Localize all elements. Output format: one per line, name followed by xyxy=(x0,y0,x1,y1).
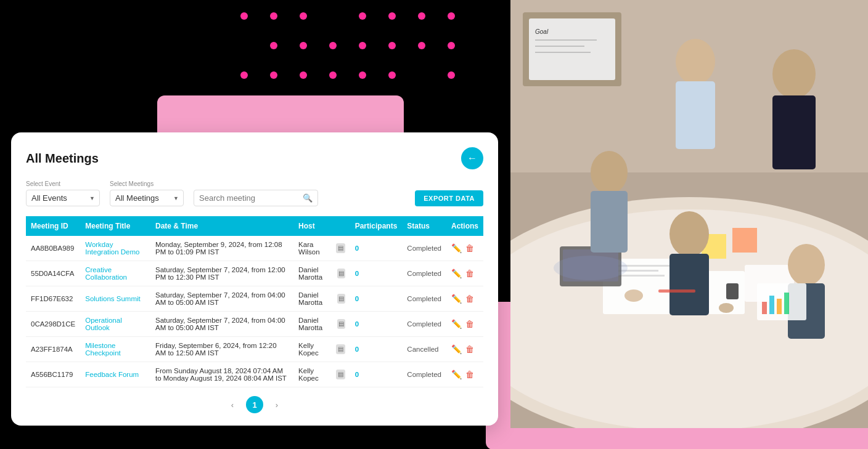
cell-title: Milestone Checkpoint xyxy=(80,337,150,362)
svg-point-26 xyxy=(719,303,734,313)
table-row: A23FF1874A Milestone Checkpoint Friday, … xyxy=(26,337,483,362)
event-filter-label: Select Event xyxy=(26,180,100,187)
svg-point-15 xyxy=(772,49,816,99)
meetings-filter-group: Select Meetings All Meetings xyxy=(110,180,184,206)
next-page-button[interactable]: › xyxy=(268,396,285,413)
search-input[interactable] xyxy=(199,193,303,203)
cell-host: Daniel Marotta ▤ xyxy=(293,312,350,337)
dot xyxy=(448,71,455,79)
host-icon: ▤ xyxy=(337,319,345,329)
export-button[interactable]: EXPORT DATA xyxy=(415,190,483,206)
svg-rect-22 xyxy=(669,254,709,315)
meeting-title-link[interactable]: Operational Outlook xyxy=(85,317,121,331)
table-row: A556BC1179 Feedback Forum From Sunday Au… xyxy=(26,362,483,387)
meeting-title-link[interactable]: Workday Integration Demo xyxy=(85,241,139,256)
dot xyxy=(359,42,366,49)
svg-rect-20 xyxy=(591,191,628,253)
event-select-wrapper: All Events xyxy=(26,190,100,206)
dot xyxy=(329,42,337,49)
dot xyxy=(329,12,337,20)
meeting-title-link[interactable]: Solutions Summit xyxy=(85,295,140,302)
cell-title: Feedback Forum xyxy=(80,362,150,387)
cell-status: Cancelled xyxy=(402,337,446,362)
meetings-select[interactable]: All Meetings xyxy=(110,190,184,206)
participant-count[interactable]: 0 xyxy=(355,346,359,353)
dot xyxy=(388,12,396,20)
team-photo: Goal xyxy=(510,0,868,428)
table-header: Meeting ID Meeting Title Date & Time Hos… xyxy=(26,216,483,236)
cell-id: 0CA298D1CE xyxy=(26,312,80,337)
dot xyxy=(448,12,455,20)
status-badge: Completed xyxy=(407,295,441,302)
page-1-button[interactable]: 1 xyxy=(246,396,263,413)
cell-participants: 0 xyxy=(350,261,403,286)
host-icon: ▤ xyxy=(336,344,345,354)
cell-host: Kelly Kopec ▤ xyxy=(293,362,350,387)
search-icon: 🔍 xyxy=(303,193,313,203)
cell-title: Workday Integration Demo xyxy=(80,236,150,261)
edit-icon[interactable]: ✏️ xyxy=(451,344,462,354)
meeting-title-link[interactable]: Creative Collaboration xyxy=(85,266,127,281)
participant-count[interactable]: 0 xyxy=(355,320,359,328)
svg-rect-34 xyxy=(529,18,615,80)
cell-participants: 0 xyxy=(350,362,403,387)
col-host: Host xyxy=(293,216,350,236)
meetings-card: All Meetings ← Select Event All Events S… xyxy=(11,132,498,426)
dot xyxy=(359,71,366,79)
host-icon: ▤ xyxy=(336,243,345,253)
edit-icon[interactable]: ✏️ xyxy=(451,370,462,379)
prev-page-button[interactable]: ‹ xyxy=(224,396,241,413)
edit-icon[interactable]: ✏️ xyxy=(451,243,462,253)
cell-host: Kelly Kopec ▤ xyxy=(293,337,350,362)
meeting-title-link[interactable]: Feedback Forum xyxy=(85,371,139,378)
svg-rect-30 xyxy=(762,302,767,314)
table-row: FF1D67E632 Solutions Summit Saturday, Se… xyxy=(26,286,483,312)
dot xyxy=(359,12,366,20)
delete-icon[interactable]: 🗑 xyxy=(465,370,474,379)
participant-count[interactable]: 0 xyxy=(355,245,359,252)
cell-actions: ✏️ 🗑 xyxy=(446,286,483,312)
cell-id: AA8B0BA989 xyxy=(26,236,80,261)
status-badge: Completed xyxy=(407,270,441,277)
col-participants: Participants xyxy=(350,216,403,236)
cell-actions: ✏️ 🗑 xyxy=(446,236,483,261)
meeting-title-link[interactable]: Milestone Checkpoint xyxy=(85,342,121,357)
svg-rect-16 xyxy=(772,95,816,169)
dot xyxy=(300,12,307,20)
dot xyxy=(329,71,337,79)
svg-rect-33 xyxy=(784,293,789,314)
col-datetime: Date & Time xyxy=(150,216,293,236)
cell-title: Operational Outlook xyxy=(80,312,150,337)
participant-count[interactable]: 0 xyxy=(355,270,359,277)
dot xyxy=(448,42,455,49)
edit-icon[interactable]: ✏️ xyxy=(451,269,462,278)
status-badge: Completed xyxy=(407,320,441,328)
back-button[interactable]: ← xyxy=(461,147,483,169)
edit-icon[interactable]: ✏️ xyxy=(451,319,462,329)
event-select[interactable]: All Events xyxy=(26,190,100,206)
cell-datetime: Friday, September 6, 2024, from 12:20 AM… xyxy=(150,337,293,362)
search-box: 🔍 xyxy=(194,190,318,206)
participant-count[interactable]: 0 xyxy=(355,295,359,302)
cell-actions: ✏️ 🗑 xyxy=(446,337,483,362)
edit-icon[interactable]: ✏️ xyxy=(451,294,462,304)
delete-icon[interactable]: 🗑 xyxy=(465,319,474,329)
cell-datetime: Saturday, September 7, 2024, from 04:00 … xyxy=(150,312,293,337)
dot xyxy=(418,71,425,79)
delete-icon[interactable]: 🗑 xyxy=(465,294,474,304)
table-row: 0CA298D1CE Operational Outlook Saturday,… xyxy=(26,312,483,337)
card-header: All Meetings ← xyxy=(26,147,483,169)
dot xyxy=(270,42,277,49)
svg-rect-18 xyxy=(676,81,715,149)
delete-icon[interactable]: 🗑 xyxy=(465,243,474,253)
dot-grid-decoration xyxy=(240,12,465,89)
participant-count[interactable]: 0 xyxy=(355,371,359,378)
cell-datetime: Saturday, September 7, 2024, from 12:00 … xyxy=(150,261,293,286)
cell-actions: ✏️ 🗑 xyxy=(446,261,483,286)
delete-icon[interactable]: 🗑 xyxy=(465,344,474,354)
dot xyxy=(240,71,248,79)
delete-icon[interactable]: 🗑 xyxy=(465,269,474,278)
svg-rect-14 xyxy=(732,228,757,253)
col-status: Status xyxy=(402,216,446,236)
cell-datetime: From Sunday August 18, 2024 07:04 AM to … xyxy=(150,362,293,387)
